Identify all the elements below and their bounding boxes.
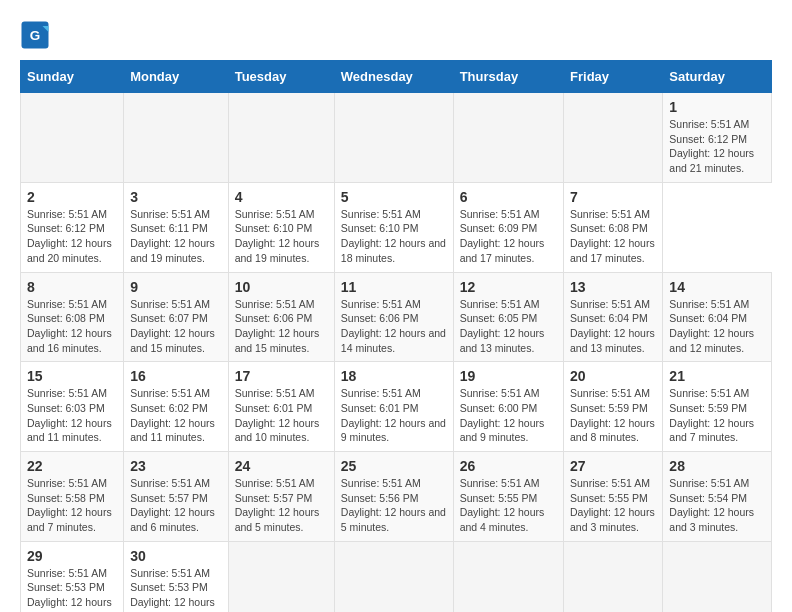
day-cell-5: 5 Sunrise: 5:51 AMSunset: 6:10 PMDayligh… xyxy=(334,182,453,272)
header-saturday: Saturday xyxy=(663,61,772,93)
day-number: 6 xyxy=(460,189,557,205)
day-detail: Sunrise: 5:51 AMSunset: 6:00 PMDaylight:… xyxy=(460,386,557,445)
empty-cell xyxy=(564,93,663,183)
day-cell-28: 28 Sunrise: 5:51 AMSunset: 5:54 PMDaylig… xyxy=(663,452,772,542)
page-header: G xyxy=(20,20,772,50)
day-detail: Sunrise: 5:51 AMSunset: 5:55 PMDaylight:… xyxy=(460,476,557,535)
calendar-week-5: 22 Sunrise: 5:51 AMSunset: 5:58 PMDaylig… xyxy=(21,452,772,542)
day-detail: Sunrise: 5:51 AMSunset: 5:59 PMDaylight:… xyxy=(570,386,656,445)
svg-text:G: G xyxy=(30,28,41,43)
header-thursday: Thursday xyxy=(453,61,563,93)
day-cell-26: 26 Sunrise: 5:51 AMSunset: 5:55 PMDaylig… xyxy=(453,452,563,542)
day-cell-15: 15 Sunrise: 5:51 AMSunset: 6:03 PMDaylig… xyxy=(21,362,124,452)
day-cell-9: 9 Sunrise: 5:51 AMSunset: 6:07 PMDayligh… xyxy=(124,272,229,362)
day-number: 28 xyxy=(669,458,765,474)
day-cell-27: 27 Sunrise: 5:51 AMSunset: 5:55 PMDaylig… xyxy=(564,452,663,542)
day-number: 18 xyxy=(341,368,447,384)
day-cell-2: 2 Sunrise: 5:51 AMSunset: 6:12 PMDayligh… xyxy=(21,182,124,272)
day-number: 30 xyxy=(130,548,222,564)
day-number: 20 xyxy=(570,368,656,384)
day-detail: Sunrise: 5:51 AMSunset: 5:58 PMDaylight:… xyxy=(27,476,117,535)
day-detail: Sunrise: 5:51 AMSunset: 6:03 PMDaylight:… xyxy=(27,386,117,445)
calendar-week-3: 8 Sunrise: 5:51 AMSunset: 6:08 PMDayligh… xyxy=(21,272,772,362)
empty-cell xyxy=(124,93,229,183)
day-detail: Sunrise: 5:51 AMSunset: 6:07 PMDaylight:… xyxy=(130,297,222,356)
day-detail: Sunrise: 5:51 AMSunset: 6:06 PMDaylight:… xyxy=(235,297,328,356)
day-detail: Sunrise: 5:51 AMSunset: 6:02 PMDaylight:… xyxy=(130,386,222,445)
logo-icon: G xyxy=(20,20,50,50)
day-number: 13 xyxy=(570,279,656,295)
day-number: 19 xyxy=(460,368,557,384)
day-number: 11 xyxy=(341,279,447,295)
day-cell-1: 1 Sunrise: 5:51 AMSunset: 6:12 PMDayligh… xyxy=(663,93,772,183)
day-cell-24: 24 Sunrise: 5:51 AMSunset: 5:57 PMDaylig… xyxy=(228,452,334,542)
day-number: 25 xyxy=(341,458,447,474)
calendar-week-6: 29 Sunrise: 5:51 AMSunset: 5:53 PMDaylig… xyxy=(21,541,772,612)
day-cell-12: 12 Sunrise: 5:51 AMSunset: 6:05 PMDaylig… xyxy=(453,272,563,362)
day-number: 10 xyxy=(235,279,328,295)
day-detail: Sunrise: 5:51 AMSunset: 6:06 PMDaylight:… xyxy=(341,297,447,356)
day-detail: Sunrise: 5:51 AMSunset: 6:04 PMDaylight:… xyxy=(570,297,656,356)
calendar-week-2: 2 Sunrise: 5:51 AMSunset: 6:12 PMDayligh… xyxy=(21,182,772,272)
empty-cell xyxy=(228,541,334,612)
header-tuesday: Tuesday xyxy=(228,61,334,93)
day-number: 4 xyxy=(235,189,328,205)
day-detail: Sunrise: 5:51 AMSunset: 6:10 PMDaylight:… xyxy=(235,207,328,266)
day-number: 24 xyxy=(235,458,328,474)
day-number: 3 xyxy=(130,189,222,205)
day-cell-19: 19 Sunrise: 5:51 AMSunset: 6:00 PMDaylig… xyxy=(453,362,563,452)
empty-cell xyxy=(334,93,453,183)
day-detail: Sunrise: 5:51 AMSunset: 5:53 PMDaylight:… xyxy=(27,566,117,612)
day-detail: Sunrise: 5:51 AMSunset: 6:10 PMDaylight:… xyxy=(341,207,447,266)
day-detail: Sunrise: 5:51 AMSunset: 6:08 PMDaylight:… xyxy=(27,297,117,356)
day-detail: Sunrise: 5:51 AMSunset: 5:56 PMDaylight:… xyxy=(341,476,447,535)
day-cell-25: 25 Sunrise: 5:51 AMSunset: 5:56 PMDaylig… xyxy=(334,452,453,542)
empty-cell xyxy=(663,541,772,612)
header-friday: Friday xyxy=(564,61,663,93)
day-number: 5 xyxy=(341,189,447,205)
day-number: 15 xyxy=(27,368,117,384)
day-cell-18: 18 Sunrise: 5:51 AMSunset: 6:01 PMDaylig… xyxy=(334,362,453,452)
day-number: 1 xyxy=(669,99,765,115)
day-cell-3: 3 Sunrise: 5:51 AMSunset: 6:11 PMDayligh… xyxy=(124,182,229,272)
day-cell-11: 11 Sunrise: 5:51 AMSunset: 6:06 PMDaylig… xyxy=(334,272,453,362)
day-cell-22: 22 Sunrise: 5:51 AMSunset: 5:58 PMDaylig… xyxy=(21,452,124,542)
day-detail: Sunrise: 5:51 AMSunset: 6:11 PMDaylight:… xyxy=(130,207,222,266)
day-detail: Sunrise: 5:51 AMSunset: 6:08 PMDaylight:… xyxy=(570,207,656,266)
day-number: 26 xyxy=(460,458,557,474)
empty-cell xyxy=(453,541,563,612)
logo: G xyxy=(20,20,54,50)
day-number: 23 xyxy=(130,458,222,474)
day-cell-30: 30 Sunrise: 5:51 AMSunset: 5:53 PMDaylig… xyxy=(124,541,229,612)
day-number: 2 xyxy=(27,189,117,205)
day-number: 27 xyxy=(570,458,656,474)
day-cell-21: 21 Sunrise: 5:51 AMSunset: 5:59 PMDaylig… xyxy=(663,362,772,452)
day-detail: Sunrise: 5:51 AMSunset: 6:12 PMDaylight:… xyxy=(669,117,765,176)
day-cell-23: 23 Sunrise: 5:51 AMSunset: 5:57 PMDaylig… xyxy=(124,452,229,542)
day-cell-13: 13 Sunrise: 5:51 AMSunset: 6:04 PMDaylig… xyxy=(564,272,663,362)
day-number: 8 xyxy=(27,279,117,295)
empty-cell xyxy=(334,541,453,612)
day-detail: Sunrise: 5:51 AMSunset: 5:57 PMDaylight:… xyxy=(235,476,328,535)
calendar-week-4: 15 Sunrise: 5:51 AMSunset: 6:03 PMDaylig… xyxy=(21,362,772,452)
day-cell-10: 10 Sunrise: 5:51 AMSunset: 6:06 PMDaylig… xyxy=(228,272,334,362)
day-cell-20: 20 Sunrise: 5:51 AMSunset: 5:59 PMDaylig… xyxy=(564,362,663,452)
calendar-table: SundayMondayTuesdayWednesdayThursdayFrid… xyxy=(20,60,772,612)
day-number: 17 xyxy=(235,368,328,384)
day-number: 21 xyxy=(669,368,765,384)
day-cell-7: 7 Sunrise: 5:51 AMSunset: 6:08 PMDayligh… xyxy=(564,182,663,272)
day-detail: Sunrise: 5:51 AMSunset: 5:53 PMDaylight:… xyxy=(130,566,222,612)
day-number: 9 xyxy=(130,279,222,295)
day-detail: Sunrise: 5:51 AMSunset: 5:59 PMDaylight:… xyxy=(669,386,765,445)
day-number: 22 xyxy=(27,458,117,474)
day-detail: Sunrise: 5:51 AMSunset: 6:09 PMDaylight:… xyxy=(460,207,557,266)
calendar-week-1: 1 Sunrise: 5:51 AMSunset: 6:12 PMDayligh… xyxy=(21,93,772,183)
day-number: 29 xyxy=(27,548,117,564)
day-detail: Sunrise: 5:51 AMSunset: 6:12 PMDaylight:… xyxy=(27,207,117,266)
day-cell-14: 14 Sunrise: 5:51 AMSunset: 6:04 PMDaylig… xyxy=(663,272,772,362)
day-cell-17: 17 Sunrise: 5:51 AMSunset: 6:01 PMDaylig… xyxy=(228,362,334,452)
empty-cell xyxy=(21,93,124,183)
day-number: 12 xyxy=(460,279,557,295)
empty-cell xyxy=(453,93,563,183)
day-detail: Sunrise: 5:51 AMSunset: 6:01 PMDaylight:… xyxy=(235,386,328,445)
